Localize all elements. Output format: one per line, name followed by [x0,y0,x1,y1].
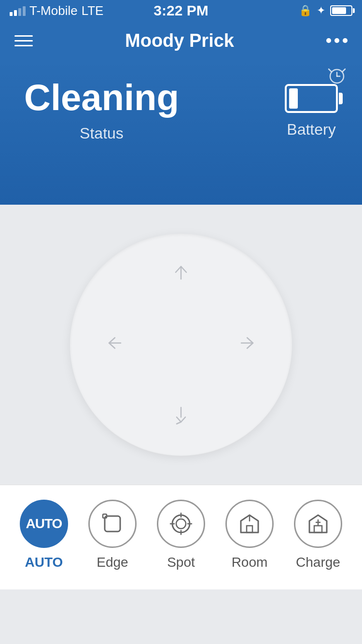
signal-icon [10,5,26,16]
charge-icon [306,511,331,536]
edge-button[interactable]: Edge [88,500,137,570]
charge-label: Charge [296,555,340,570]
spot-button[interactable]: Spot [157,500,205,570]
dpad-up-button[interactable] [171,263,191,286]
dpad-right-button[interactable] [237,333,261,357]
svg-line-3 [329,69,331,71]
panel-content: Cleaning Status Battery [24,79,338,142]
network-type: LTE [82,3,104,18]
menu-button[interactable] [14,35,33,46]
spot-icon [168,511,194,536]
more-button[interactable] [326,38,348,43]
battery-status-icon [330,5,352,16]
svg-line-4 [343,69,345,71]
carrier-name: T-Mobile [29,3,78,18]
svg-rect-14 [314,526,322,532]
control-area [0,205,362,485]
dpad-down-button[interactable] [170,404,192,429]
lock-icon: 🔒 [299,4,312,17]
edge-icon [100,511,125,536]
dpad-left-button[interactable] [101,333,125,357]
room-icon-circle [225,500,274,548]
status-panel: Cleaning Status Battery [0,60,362,205]
status-section: Cleaning Status [24,79,179,142]
svg-point-8 [176,519,186,529]
battery-label: Battery [287,121,335,139]
spot-icon-circle [157,500,205,548]
carrier-info: T-Mobile LTE [10,3,103,18]
status-bar: T-Mobile LTE 3:22 PM 🔒 ✦ [0,0,362,21]
dpad-circle[interactable] [70,234,292,456]
svg-point-7 [172,515,190,532]
svg-rect-13 [247,526,252,532]
bluetooth-icon: ✦ [317,4,325,17]
room-label: Room [232,555,268,570]
svg-rect-5 [105,516,120,532]
status-time: 3:22 PM [153,2,208,19]
page-title: Moody Prick [125,30,234,51]
auto-button[interactable]: AUTO AUTO [20,500,68,570]
spot-label: Spot [167,555,195,570]
bottom-bar: AUTO AUTO Edge Spot [0,485,362,589]
cleaning-status: Cleaning [24,79,179,116]
battery-icon [285,84,338,113]
auto-text-label: AUTO [26,516,62,532]
header: Moody Prick [0,21,362,60]
edge-label: Edge [97,555,128,570]
svg-rect-6 [103,514,107,518]
room-button[interactable]: Room [225,500,274,570]
auto-label: AUTO [25,555,63,570]
status-label: Status [24,125,179,142]
room-icon [237,511,262,536]
auto-icon-circle: AUTO [20,500,68,548]
edge-icon-circle [88,500,137,548]
status-icons: 🔒 ✦ [299,4,352,17]
battery-section: Battery [285,79,338,139]
charge-icon-circle [294,500,342,548]
charge-button[interactable]: Charge [294,500,342,570]
